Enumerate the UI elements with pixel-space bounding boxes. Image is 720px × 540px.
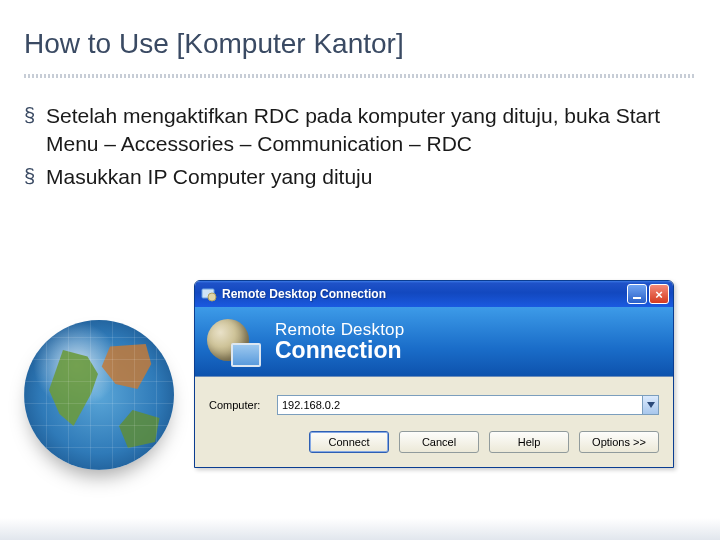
rdc-window: Remote Desktop Connection × Remote Deskt… — [194, 280, 674, 468]
close-button[interactable]: × — [649, 284, 669, 304]
window-controls: × — [627, 284, 669, 304]
rdc-app-icon — [201, 286, 217, 302]
computer-dropdown-button[interactable] — [642, 396, 658, 414]
banner-line1: Remote Desktop — [275, 321, 404, 339]
chevron-down-icon — [647, 402, 655, 408]
computer-input[interactable] — [278, 396, 642, 414]
cancel-button[interactable]: Cancel — [399, 431, 479, 453]
connect-button[interactable]: Connect — [309, 431, 389, 453]
computer-field-row: Computer: — [195, 377, 673, 423]
window-title: Remote Desktop Connection — [222, 287, 627, 301]
minimize-button[interactable] — [627, 284, 647, 304]
options-button[interactable]: Options >> — [579, 431, 659, 453]
svg-point-1 — [208, 293, 216, 301]
help-button[interactable]: Help — [489, 431, 569, 453]
rdc-banner-text: Remote Desktop Connection — [275, 321, 404, 363]
computer-combobox[interactable] — [277, 395, 659, 415]
rdc-banner: Remote Desktop Connection — [195, 307, 673, 377]
slide: How to Use [Komputer Kantor] Setelah men… — [0, 0, 720, 540]
rdc-banner-icon — [207, 315, 261, 369]
bullet-item: Setelah mengaktifkan RDC pada komputer y… — [24, 102, 696, 159]
title-divider — [24, 74, 696, 78]
globe-image — [24, 320, 184, 480]
slide-title: How to Use [Komputer Kantor] — [24, 28, 696, 60]
window-titlebar[interactable]: Remote Desktop Connection × — [195, 281, 673, 307]
computer-label: Computer: — [209, 399, 263, 411]
button-row: Connect Cancel Help Options >> — [195, 423, 673, 467]
bullet-list: Setelah mengaktifkan RDC pada komputer y… — [24, 102, 696, 191]
banner-line2: Connection — [275, 338, 404, 362]
bullet-item: Masukkan IP Computer yang dituju — [24, 163, 696, 191]
